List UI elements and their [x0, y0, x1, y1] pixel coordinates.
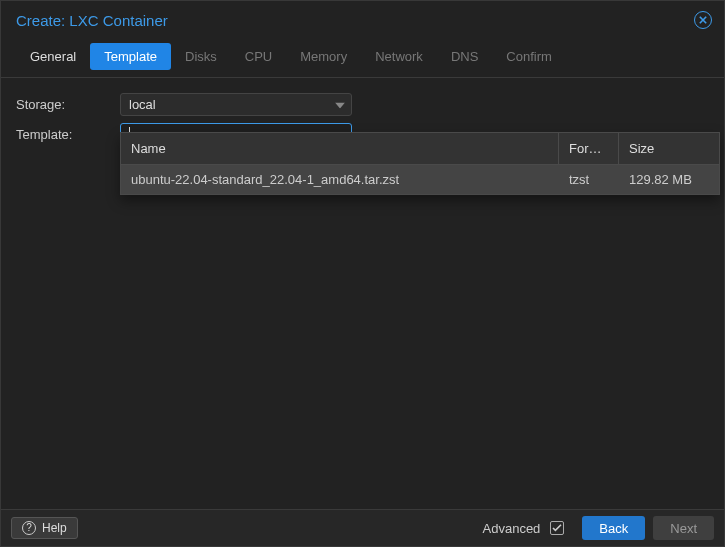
tab-general[interactable]: General [16, 43, 90, 70]
cell-format: tzst [559, 165, 619, 194]
wizard-window: Create: LXC Container General Template D… [0, 0, 725, 547]
window-title: Create: LXC Container [16, 12, 168, 29]
template-dropdown: Name For… Size ubuntu-22.04-standard_22.… [120, 132, 720, 195]
tab-dns: DNS [437, 43, 492, 70]
col-header-name[interactable]: Name [121, 133, 559, 164]
form-area: Storage: local Template: Name For… [1, 78, 724, 146]
template-label: Template: [16, 127, 120, 142]
dropdown-row[interactable]: ubuntu-22.04-standard_22.04-1_amd64.tar.… [121, 165, 719, 194]
advanced-label: Advanced [483, 521, 541, 536]
close-icon[interactable] [694, 11, 712, 29]
tab-disks: Disks [171, 43, 231, 70]
storage-select[interactable]: local [120, 93, 352, 116]
storage-row: Storage: local [16, 92, 709, 116]
storage-label: Storage: [16, 97, 120, 112]
col-header-format[interactable]: For… [559, 133, 619, 164]
cell-size: 129.82 MB [619, 165, 719, 194]
cell-name: ubuntu-22.04-standard_22.04-1_amd64.tar.… [121, 165, 559, 194]
tab-memory: Memory [286, 43, 361, 70]
titlebar: Create: LXC Container [1, 1, 724, 37]
help-label: Help [42, 521, 67, 535]
chevron-down-icon [335, 97, 345, 112]
tab-network: Network [361, 43, 437, 70]
tabstrip: General Template Disks CPU Memory Networ… [1, 43, 724, 70]
advanced-checkbox[interactable] [550, 521, 564, 535]
tab-template[interactable]: Template [90, 43, 171, 70]
help-button[interactable]: ? Help [11, 517, 78, 539]
help-icon: ? [22, 521, 36, 535]
tab-cpu: CPU [231, 43, 286, 70]
next-button[interactable]: Next [653, 516, 714, 540]
back-button[interactable]: Back [582, 516, 645, 540]
tab-confirm: Confirm [492, 43, 566, 70]
col-header-size[interactable]: Size [619, 133, 719, 164]
storage-value: local [129, 97, 327, 112]
dropdown-header: Name For… Size [121, 133, 719, 165]
footer: ? Help Advanced Back Next [1, 509, 724, 546]
